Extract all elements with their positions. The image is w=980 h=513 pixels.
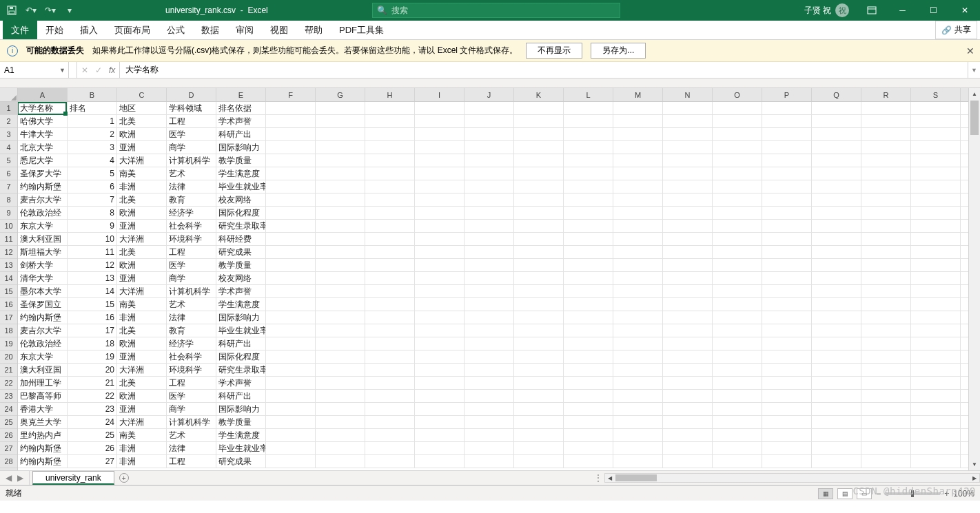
cell[interactable] bbox=[266, 390, 316, 402]
cell[interactable] bbox=[663, 207, 713, 219]
cell[interactable] bbox=[514, 403, 564, 415]
cell[interactable] bbox=[316, 350, 365, 363]
cell[interactable]: 医学 bbox=[167, 390, 216, 402]
cell[interactable]: 南美 bbox=[117, 298, 167, 311]
sheet-tab[interactable]: university_rank bbox=[32, 471, 114, 485]
scroll-down-icon[interactable]: ▼ bbox=[969, 459, 980, 470]
qat-customize-icon[interactable]: ▾ bbox=[63, 4, 76, 17]
cell[interactable] bbox=[316, 337, 365, 350]
cell[interactable] bbox=[266, 128, 316, 140]
cell[interactable] bbox=[514, 180, 564, 193]
cell[interactable] bbox=[316, 403, 365, 415]
row-header[interactable]: 16 bbox=[0, 298, 17, 311]
cell[interactable] bbox=[613, 233, 663, 245]
cell[interactable] bbox=[663, 115, 713, 127]
cell[interactable] bbox=[564, 364, 613, 376]
cell[interactable] bbox=[564, 220, 613, 232]
cell[interactable] bbox=[266, 154, 316, 167]
cell[interactable]: 12 bbox=[68, 259, 117, 271]
cell[interactable] bbox=[316, 455, 365, 468]
cell[interactable] bbox=[911, 246, 961, 258]
cell[interactable] bbox=[365, 193, 415, 206]
cell[interactable]: 法律 bbox=[167, 311, 216, 324]
vertical-scrollbar[interactable]: ▲ ▼ bbox=[968, 88, 980, 470]
cell[interactable] bbox=[415, 350, 465, 363]
cell[interactable] bbox=[613, 390, 663, 402]
cell[interactable]: 26 bbox=[68, 442, 117, 454]
cell[interactable] bbox=[465, 416, 514, 428]
cell[interactable] bbox=[316, 167, 365, 180]
cell[interactable] bbox=[365, 324, 415, 337]
cell[interactable] bbox=[713, 220, 762, 232]
column-header[interactable]: G bbox=[316, 88, 365, 101]
cell[interactable] bbox=[465, 259, 514, 271]
cell[interactable]: 教学质量 bbox=[216, 154, 266, 167]
cell[interactable] bbox=[564, 350, 613, 363]
cell[interactable] bbox=[663, 390, 713, 402]
cell[interactable]: 欧洲 bbox=[117, 259, 167, 271]
cell[interactable]: 学术声誉 bbox=[216, 377, 266, 389]
cell[interactable]: 社会科学 bbox=[167, 220, 216, 232]
cell[interactable] bbox=[564, 233, 613, 245]
cell[interactable]: 科研经费 bbox=[216, 233, 266, 245]
tab-插入[interactable]: 插入 bbox=[72, 21, 106, 39]
cell[interactable]: 麦吉尔大学 bbox=[18, 193, 68, 206]
cell[interactable] bbox=[266, 207, 316, 219]
cell[interactable] bbox=[713, 337, 762, 350]
cell[interactable]: 大洋洲 bbox=[117, 416, 167, 428]
cell[interactable]: 欧洲 bbox=[117, 337, 167, 350]
name-box[interactable]: A1 ▼ bbox=[0, 62, 69, 78]
cell[interactable] bbox=[415, 429, 465, 441]
cell[interactable] bbox=[713, 429, 762, 441]
cell[interactable] bbox=[663, 337, 713, 350]
row-header[interactable]: 9 bbox=[0, 207, 17, 220]
cell[interactable]: 排名依据 bbox=[216, 102, 266, 114]
cell[interactable] bbox=[812, 377, 861, 389]
cell[interactable] bbox=[266, 350, 316, 363]
cell[interactable] bbox=[911, 207, 961, 219]
cell[interactable] bbox=[365, 350, 415, 363]
cell[interactable] bbox=[812, 233, 861, 245]
insert-function-icon[interactable]: fx bbox=[109, 65, 115, 75]
cell[interactable] bbox=[514, 207, 564, 219]
cell[interactable] bbox=[911, 429, 961, 441]
cell[interactable]: 北美 bbox=[117, 115, 167, 127]
row-header[interactable]: 7 bbox=[0, 180, 17, 193]
cell[interactable] bbox=[415, 128, 465, 140]
cell[interactable] bbox=[663, 324, 713, 337]
cell[interactable] bbox=[415, 285, 465, 297]
scroll-right-icon[interactable]: ▶ bbox=[970, 475, 979, 481]
cell[interactable] bbox=[613, 141, 663, 154]
cell[interactable]: 研究成果 bbox=[216, 246, 266, 258]
cell[interactable] bbox=[266, 115, 316, 127]
cell[interactable]: 麦吉尔大学 bbox=[18, 324, 68, 337]
cell[interactable] bbox=[663, 233, 713, 245]
page-layout-view-icon[interactable]: ▤ bbox=[837, 488, 853, 499]
cell[interactable]: 18 bbox=[68, 337, 117, 350]
cell[interactable]: 欧洲 bbox=[117, 128, 167, 140]
expand-formula-bar-icon[interactable]: ▼ bbox=[968, 62, 980, 78]
cell[interactable]: 东京大学 bbox=[18, 220, 68, 232]
cell[interactable] bbox=[266, 102, 316, 114]
cell[interactable]: 25 bbox=[68, 429, 117, 441]
cell[interactable]: 圣保罗大学 bbox=[18, 167, 68, 180]
cell[interactable] bbox=[514, 455, 564, 468]
cell[interactable] bbox=[514, 285, 564, 297]
cell[interactable] bbox=[316, 429, 365, 441]
cell[interactable] bbox=[415, 154, 465, 167]
cell[interactable]: 澳大利亚国 bbox=[18, 364, 68, 376]
cell[interactable] bbox=[514, 115, 564, 127]
cell[interactable] bbox=[861, 442, 911, 454]
cell[interactable]: 教学质量 bbox=[216, 416, 266, 428]
cell[interactable]: 商学 bbox=[167, 403, 216, 415]
cell[interactable] bbox=[713, 180, 762, 193]
cell[interactable] bbox=[613, 337, 663, 350]
cell[interactable] bbox=[415, 455, 465, 468]
chevron-down-icon[interactable]: ▼ bbox=[59, 67, 65, 74]
cell[interactable] bbox=[911, 115, 961, 127]
row-header[interactable]: 17 bbox=[0, 311, 17, 324]
cell[interactable] bbox=[465, 442, 514, 454]
cell[interactable] bbox=[465, 193, 514, 206]
cell[interactable] bbox=[465, 324, 514, 337]
tab-文件[interactable]: 文件 bbox=[3, 21, 37, 39]
